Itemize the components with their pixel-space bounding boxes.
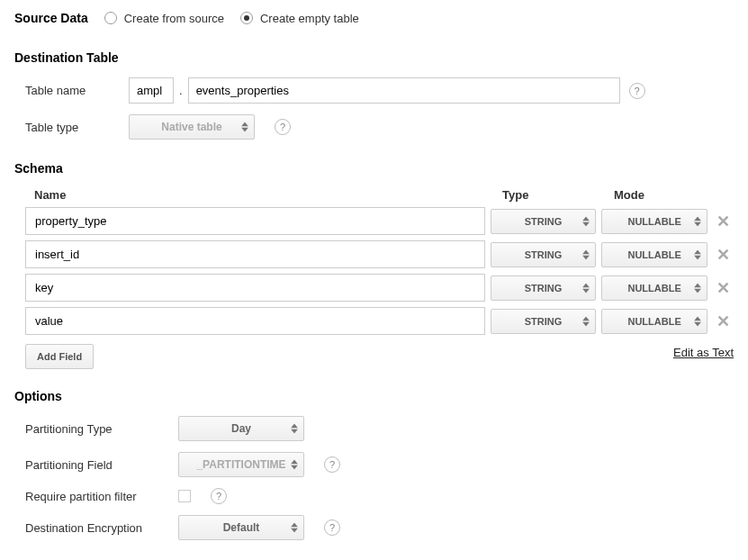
schema-title: Schema (14, 161, 734, 176)
schema-field-name-input[interactable] (25, 307, 485, 335)
radio-create-empty[interactable]: Create empty table (240, 12, 359, 25)
help-icon[interactable]: ? (211, 488, 227, 504)
svg-marker-15 (582, 321, 590, 326)
help-icon[interactable]: ? (629, 83, 645, 99)
svg-marker-16 (694, 316, 701, 321)
schema-field-name-input[interactable] (25, 274, 485, 302)
partitioning-type-select[interactable]: Day (178, 416, 304, 441)
svg-marker-22 (291, 523, 298, 528)
svg-marker-20 (291, 460, 298, 465)
destination-title: Destination Table (14, 50, 734, 65)
radio-label: Create from source (124, 12, 224, 25)
svg-marker-7 (582, 255, 590, 259)
spinner-icon (241, 122, 248, 132)
spinner-icon (694, 216, 701, 226)
schema-type-select[interactable]: STRING (491, 209, 597, 234)
schema-mode-value: NULLABLE (627, 316, 680, 327)
svg-marker-6 (582, 249, 590, 254)
table-type-value: Native table (161, 121, 221, 133)
schema-mode-value: NULLABLE (627, 249, 680, 260)
spinner-icon (582, 249, 590, 259)
source-data-title: Source Data (14, 11, 88, 25)
table-type-select[interactable]: Native table (129, 114, 255, 140)
table-name-label: Table name (25, 84, 129, 97)
svg-marker-21 (291, 465, 298, 470)
spinner-icon (291, 523, 298, 533)
spinner-icon (291, 460, 298, 470)
remove-field-icon[interactable]: ✕ (713, 278, 734, 298)
partitioning-type-label: Partitioning Type (25, 422, 178, 436)
table-name-input[interactable] (188, 77, 620, 104)
schema-row: STRINGNULLABLE✕ (25, 307, 734, 335)
svg-marker-14 (582, 316, 590, 321)
schema-row: STRINGNULLABLE✕ (25, 240, 734, 268)
svg-marker-23 (291, 528, 298, 533)
schema-row: STRINGNULLABLE✕ (25, 207, 734, 235)
schema-type-value: STRING (525, 316, 563, 327)
svg-marker-12 (694, 283, 701, 287)
help-icon[interactable]: ? (275, 119, 291, 135)
spinner-icon (694, 316, 701, 326)
svg-marker-17 (694, 321, 701, 326)
schema-type-value: STRING (525, 216, 563, 227)
schema-field-name-input[interactable] (25, 240, 485, 268)
encryption-label: Destination Encryption (25, 521, 178, 535)
schema-mode-select[interactable]: NULLABLE (601, 209, 707, 234)
dot-separator: . (174, 84, 188, 97)
schema-field-name-input[interactable] (25, 207, 485, 235)
schema-header-mode: Mode (614, 188, 725, 202)
schema-type-select[interactable]: STRING (491, 309, 597, 334)
svg-marker-11 (582, 288, 590, 293)
table-type-label: Table type (25, 121, 129, 134)
partitioning-field-label: Partitioning Field (25, 458, 178, 472)
table-name-prefix-input[interactable] (129, 77, 174, 104)
spinner-icon (582, 316, 590, 326)
schema-mode-select[interactable]: NULLABLE (601, 309, 707, 334)
svg-marker-4 (694, 216, 701, 221)
radio-icon (104, 12, 117, 24)
radio-create-from-source[interactable]: Create from source (104, 12, 224, 25)
partitioning-field-value: _PARTITIONTIME (196, 458, 285, 471)
schema-mode-value: NULLABLE (627, 216, 680, 227)
remove-field-icon[interactable]: ✕ (713, 312, 734, 331)
remove-field-icon[interactable]: ✕ (713, 212, 734, 231)
spinner-icon (694, 249, 701, 259)
schema-mode-select[interactable]: NULLABLE (601, 242, 707, 267)
require-filter-label: Require partition filter (25, 490, 178, 503)
edit-as-text-link[interactable]: Edit as Text (673, 346, 734, 359)
svg-marker-2 (582, 216, 590, 221)
spinner-icon (291, 424, 298, 434)
schema-type-select[interactable]: STRING (491, 275, 597, 301)
schema-mode-select[interactable]: NULLABLE (601, 275, 707, 301)
help-icon[interactable]: ? (324, 456, 340, 473)
svg-marker-8 (694, 249, 701, 254)
svg-marker-5 (694, 221, 701, 226)
schema-header-name: Name (25, 188, 502, 202)
schema-type-value: STRING (525, 283, 563, 294)
remove-field-icon[interactable]: ✕ (713, 245, 734, 265)
radio-icon-selected (240, 12, 253, 24)
options-title: Options (14, 389, 734, 403)
svg-marker-13 (694, 288, 701, 293)
schema-mode-value: NULLABLE (627, 283, 680, 294)
schema-header-type: Type (502, 188, 614, 202)
svg-marker-9 (694, 255, 701, 259)
spinner-icon (694, 283, 701, 293)
radio-label: Create empty table (260, 12, 359, 25)
partitioning-type-value: Day (231, 422, 251, 435)
schema-row: STRINGNULLABLE✕ (25, 274, 734, 302)
svg-marker-1 (241, 128, 248, 132)
svg-marker-18 (291, 424, 298, 429)
partitioning-field-select[interactable]: _PARTITIONTIME (178, 452, 304, 477)
schema-type-select[interactable]: STRING (491, 242, 597, 267)
add-field-button[interactable]: Add Field (25, 344, 94, 369)
encryption-value: Default (223, 521, 260, 534)
help-icon[interactable]: ? (324, 519, 340, 536)
svg-marker-10 (582, 283, 590, 287)
encryption-select[interactable]: Default (178, 515, 304, 540)
spinner-icon (582, 283, 590, 293)
svg-marker-0 (241, 122, 248, 127)
require-filter-checkbox[interactable] (178, 490, 191, 502)
svg-marker-3 (582, 221, 590, 226)
schema-type-value: STRING (525, 249, 563, 260)
